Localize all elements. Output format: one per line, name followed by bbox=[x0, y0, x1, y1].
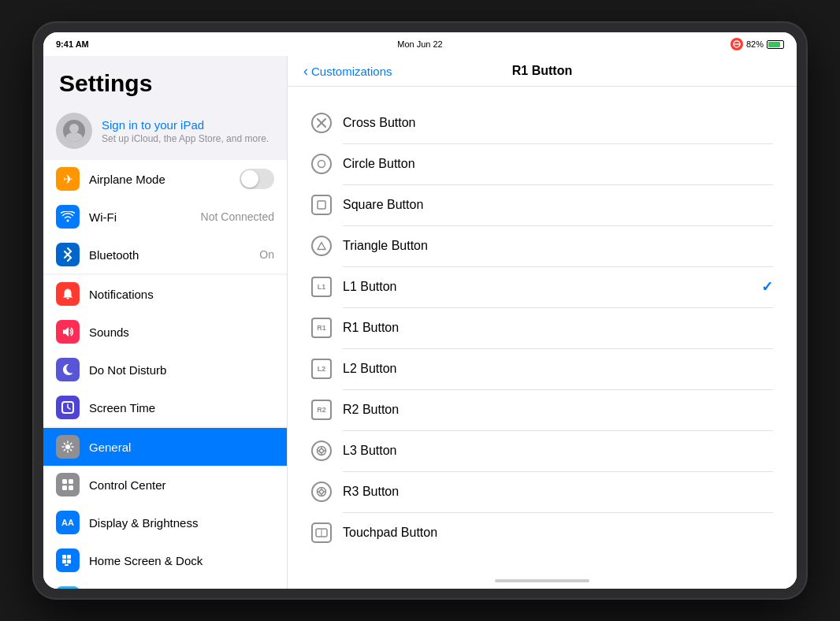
cross-button-label: Cross Button bbox=[343, 116, 773, 130]
button-item-l3[interactable]: L3 Button bbox=[288, 430, 797, 471]
general-icon bbox=[56, 435, 80, 459]
airplane-label: Airplane Mode bbox=[89, 173, 230, 186]
dnd-label: Do Not Disturb bbox=[89, 363, 274, 377]
bluetooth-value: On bbox=[259, 248, 274, 261]
settings-group-2: Notifications Sounds bbox=[43, 275, 287, 426]
status-time: 9:41 AM bbox=[56, 39, 89, 49]
bluetooth-icon bbox=[56, 243, 80, 266]
ipad-frame: 9:41 AM Mon Jun 22 82% Settings bbox=[34, 23, 806, 598]
avatar bbox=[56, 113, 92, 149]
dnd-icon bbox=[730, 38, 743, 50]
profile-subtitle: Set up iCloud, the App Store, and more. bbox=[102, 133, 274, 144]
back-button[interactable]: ‹ Customizations bbox=[303, 64, 392, 78]
triangle-button-icon bbox=[311, 236, 332, 256]
triangle-button-label: Triangle Button bbox=[343, 239, 773, 253]
homescreen-label: Home Screen & Dock bbox=[89, 554, 274, 567]
svg-rect-21 bbox=[318, 201, 325, 209]
button-item-r2[interactable]: R2 R2 Button bbox=[288, 389, 797, 430]
status-bar: 9:41 AM Mon Jun 22 82% bbox=[43, 32, 797, 56]
general-label: General bbox=[89, 441, 274, 454]
back-chevron-icon: ‹ bbox=[303, 64, 308, 78]
profile-signin[interactable]: Sign in to your iPad bbox=[102, 118, 274, 132]
svg-rect-11 bbox=[67, 560, 71, 563]
sidebar-item-general[interactable]: General bbox=[43, 428, 287, 466]
r3-button-label: R3 Button bbox=[343, 485, 773, 499]
button-item-triangle[interactable]: Triangle Button bbox=[288, 225, 797, 266]
svg-point-24 bbox=[320, 449, 324, 453]
sidebar-item-accessibility[interactable]: Accessibility bbox=[43, 579, 287, 589]
back-label[interactable]: Customizations bbox=[311, 65, 392, 78]
square-button-label: Square Button bbox=[343, 198, 773, 212]
svg-rect-8 bbox=[62, 555, 66, 559]
notifications-icon bbox=[56, 282, 80, 306]
r2-button-label: R2 Button bbox=[343, 403, 773, 417]
r1-button-label: R1 Button bbox=[343, 321, 773, 335]
sounds-label: Sounds bbox=[89, 325, 274, 339]
dnd-moon-icon bbox=[56, 358, 80, 381]
sidebar-item-wifi[interactable]: Wi-Fi Not Connected bbox=[43, 198, 287, 236]
ipad-screen: 9:41 AM Mon Jun 22 82% Settings bbox=[43, 32, 797, 589]
sidebar-item-bluetooth[interactable]: Bluetooth On bbox=[43, 236, 287, 273]
sidebar-item-homescreen[interactable]: Home Screen & Dock bbox=[43, 541, 287, 579]
l2-button-icon: L2 bbox=[311, 359, 332, 379]
main-layout: Settings Sign in to your iPad Set up iCl… bbox=[43, 56, 797, 589]
controlcenter-icon bbox=[56, 473, 80, 496]
sidebar-item-donotdisturb[interactable]: Do Not Disturb bbox=[43, 351, 287, 389]
cross-button-icon bbox=[311, 113, 332, 133]
status-right: 82% bbox=[730, 38, 784, 50]
touchpad-button-icon bbox=[311, 522, 332, 543]
button-item-circle[interactable]: Circle Button bbox=[288, 143, 797, 184]
svg-point-3 bbox=[65, 444, 70, 449]
svg-rect-9 bbox=[67, 555, 71, 559]
l2-button-label: L2 Button bbox=[343, 362, 773, 376]
circle-button-label: Circle Button bbox=[343, 157, 773, 171]
square-button-icon bbox=[311, 195, 332, 215]
button-item-touchpad[interactable]: Touchpad Button bbox=[288, 512, 797, 553]
button-item-cross[interactable]: Cross Button bbox=[288, 102, 797, 143]
airplane-toggle[interactable] bbox=[240, 169, 274, 189]
r1-button-icon: R1 bbox=[311, 318, 332, 338]
wifi-value: Not Connected bbox=[201, 210, 274, 223]
accessibility-icon bbox=[56, 586, 80, 589]
displaybrightness-icon: AA bbox=[56, 511, 80, 534]
l3-button-label: L3 Button bbox=[343, 444, 773, 458]
settings-group-3: General Control Center bbox=[43, 428, 287, 589]
sidebar-item-notifications[interactable]: Notifications bbox=[43, 275, 287, 313]
button-item-l2[interactable]: L2 L2 Button bbox=[288, 348, 797, 389]
battery-icon bbox=[767, 40, 784, 49]
button-item-l1[interactable]: L1 L1 Button ✓ bbox=[288, 266, 797, 307]
profile-text: Sign in to your iPad Set up iCloud, the … bbox=[102, 118, 274, 144]
sidebar-item-displaybrightness[interactable]: AA Display & Brightness bbox=[43, 504, 287, 541]
avatar-icon bbox=[63, 120, 85, 142]
profile-section[interactable]: Sign in to your iPad Set up iCloud, the … bbox=[43, 105, 287, 160]
sidebar-item-screentime[interactable]: Screen Time bbox=[43, 389, 287, 426]
right-panel: ‹ Customizations R1 Button bbox=[288, 56, 797, 589]
sidebar-item-airplane[interactable]: ✈ Airplane Mode bbox=[43, 160, 287, 198]
battery-percent: 82% bbox=[746, 39, 764, 49]
svg-rect-6 bbox=[62, 485, 67, 490]
svg-marker-22 bbox=[318, 243, 325, 250]
settings-title: Settings bbox=[43, 56, 287, 105]
sidebar-item-sounds[interactable]: Sounds bbox=[43, 313, 287, 351]
sidebar: Settings Sign in to your iPad Set up iCl… bbox=[43, 56, 288, 589]
button-item-r3[interactable]: R3 Button bbox=[288, 471, 797, 512]
button-item-r1[interactable]: R1 R1 Button bbox=[288, 307, 797, 348]
l1-button-label: L1 Button bbox=[343, 280, 750, 294]
bluetooth-label: Bluetooth bbox=[89, 248, 250, 262]
button-item-square[interactable]: Square Button bbox=[288, 184, 797, 225]
r2-button-icon: R2 bbox=[311, 400, 332, 420]
button-list: Cross Button Circle Button bbox=[288, 87, 797, 573]
l1-checkmark: ✓ bbox=[761, 278, 773, 296]
status-date: Mon Jun 22 bbox=[397, 39, 442, 49]
displaybrightness-label: Display & Brightness bbox=[89, 516, 274, 530]
wifi-label: Wi-Fi bbox=[89, 210, 191, 224]
controlcenter-label: Control Center bbox=[89, 478, 274, 492]
notifications-label: Notifications bbox=[89, 288, 274, 301]
wifi-icon bbox=[56, 205, 80, 229]
airplane-icon: ✈ bbox=[56, 167, 80, 191]
sidebar-item-controlcenter[interactable]: Control Center bbox=[43, 466, 287, 504]
l1-button-icon: L1 bbox=[311, 277, 332, 297]
screentime-icon bbox=[56, 396, 80, 419]
r3-button-icon bbox=[311, 482, 332, 502]
screentime-label: Screen Time bbox=[89, 401, 274, 415]
